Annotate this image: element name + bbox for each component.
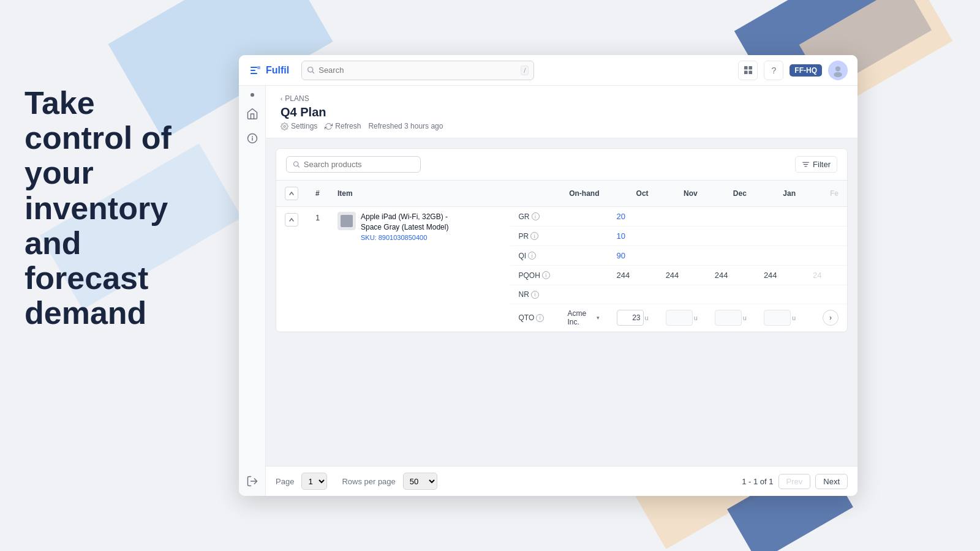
row-label-gr: GR i [519,212,551,221]
logo-icon [249,64,262,77]
settings-button[interactable]: Settings [281,122,317,130]
gr-info-icon[interactable]: i [532,212,540,220]
qto-nov-unit: u [694,314,698,321]
collapse-all-button[interactable] [285,187,298,200]
page-select[interactable]: 1 [301,473,327,490]
svg-point-6 [835,66,840,71]
pqoh-dec: 244 [706,266,755,285]
gr-dec [706,207,755,227]
nr-jan [755,285,804,304]
nr-dec [706,285,755,304]
svg-rect-5 [748,70,752,74]
filter-icon [802,160,810,168]
refresh-icon [325,122,333,130]
pqoh-nov: 244 [657,266,706,285]
qto-nov-empty[interactable] [666,310,693,326]
help-button[interactable]: ? [764,61,783,80]
pqoh-fe: 24 [804,266,847,285]
table-toolbar: Filter [276,149,847,181]
pagination-info: 1 - 1 of 1 [742,477,773,486]
qto-dec-empty[interactable] [715,310,742,326]
qto-nov-cell: u [657,304,706,332]
pqoh-onhand [559,266,608,285]
logo[interactable]: Fulfil [249,64,289,77]
search-icon [307,66,315,74]
pqoh-info-icon[interactable]: i [542,271,550,279]
supplier-chevron-icon: ▾ [597,315,600,321]
row-expand-button[interactable] [285,213,298,227]
nr-onhand [559,285,608,304]
table-area: Filter [266,138,858,466]
gr-fe [804,207,847,227]
col-header-oct: Oct [608,181,657,207]
next-button[interactable]: Next [815,474,848,489]
breadcrumb-parent[interactable]: PLANS [285,94,309,103]
supplier-select[interactable]: Acme Inc. ▾ [568,309,600,326]
nr-oct [608,285,657,304]
supplier-name: Acme Inc. [568,309,595,326]
qto-dec-unit: u [743,314,747,321]
chevron-up-icon [288,190,295,197]
row-navigate-button[interactable]: › [823,310,839,326]
item-sku-link[interactable]: SKU: 8901030850400 [361,234,427,241]
sidebar-logout-button[interactable] [245,474,260,489]
prev-button[interactable]: Prev [778,474,811,489]
pr-info-icon[interactable]: i [530,232,538,240]
col-header-onhand: On-hand [559,181,608,207]
data-table: # Item On-hand Oct Nov Dec Jan Fe [276,181,847,332]
refresh-button[interactable]: Refresh [325,122,361,130]
nr-nov [657,285,706,304]
pr-jan [755,227,804,246]
grid-icon [744,66,753,75]
qto-fe-input-wrapper: › [813,310,839,326]
global-search-bar[interactable]: / [301,61,534,80]
sidebar-item-store[interactable] [245,107,260,121]
qi-dec [706,246,755,266]
qi-info-icon[interactable]: i [528,252,536,260]
qi-fe [804,246,847,266]
qi-oct: 90 [608,246,657,266]
nr-info-icon[interactable]: i [531,291,539,299]
qto-oct-cell: u [608,304,657,332]
breadcrumb: ‹ PLANS [281,94,843,103]
global-search-input[interactable] [318,66,517,75]
product-search-input[interactable] [304,160,414,169]
row-label-pr: PR i [519,232,551,241]
settings-icon [281,122,288,130]
col-header-num: # [307,181,329,207]
grid-view-button[interactable] [738,61,758,80]
qto-info-icon[interactable]: i [536,314,544,322]
sidebar-dot [251,93,254,97]
rows-per-page-select[interactable]: 50 25 100 [403,473,437,490]
gr-oct: 20 [608,207,657,227]
svg-point-9 [284,125,285,127]
nav-right: ? FF-HQ [738,61,848,80]
avatar-icon [831,64,845,77]
qto-oct-input[interactable] [617,310,644,326]
sidebar-item-info[interactable] [245,131,260,146]
pqoh-oct: 244 [608,266,657,285]
qto-oct-unit: u [645,314,649,321]
qto-jan-empty[interactable] [764,310,791,326]
qto-jan-input-wrapper: u [764,310,796,326]
qi-onhand [559,246,608,266]
product-search-bar[interactable] [286,156,421,173]
row-number: 1 [315,213,320,222]
filter-button[interactable]: Filter [795,156,837,173]
sidebar-bottom [245,474,260,489]
row-label-qto: QTO i [519,313,551,322]
col-header-item: Item [329,181,510,207]
qto-supplier-cell: Acme Inc. ▾ [559,304,608,332]
svg-rect-4 [744,70,748,74]
col-header-toggle [276,181,307,207]
avatar[interactable] [828,61,848,80]
table-body: 1 Apple iPad (Wi-Fi, 32GB) -Space Gray [276,207,847,332]
row-label-qi: QI i [519,252,551,260]
refreshed-timestamp: Refreshed 3 hours ago [368,122,443,130]
item-thumbnail [337,212,356,230]
info-circle-icon [246,132,258,144]
qto-jan-cell: u [755,304,804,332]
top-nav: Fulfil / ? FF-HQ [239,55,858,86]
pagination-bar: Page 1 Rows per page 50 25 100 1 - 1 of … [266,466,858,496]
row-label-pqoh: PQOH i [519,271,551,280]
